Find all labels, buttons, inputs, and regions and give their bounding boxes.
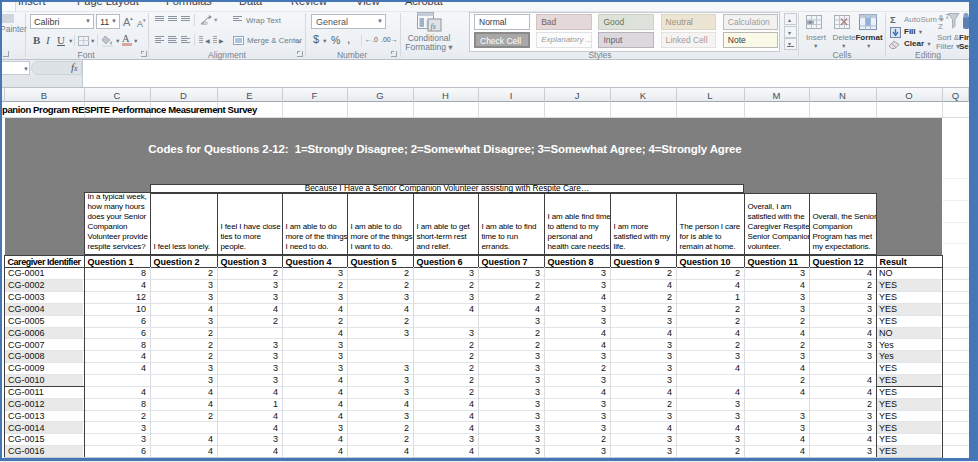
svg-text:A: A: [938, 13, 944, 22]
svg-text:ab: ab: [201, 20, 208, 26]
svg-text:fs: fs: [431, 22, 436, 31]
svg-text:Z: Z: [938, 22, 943, 31]
